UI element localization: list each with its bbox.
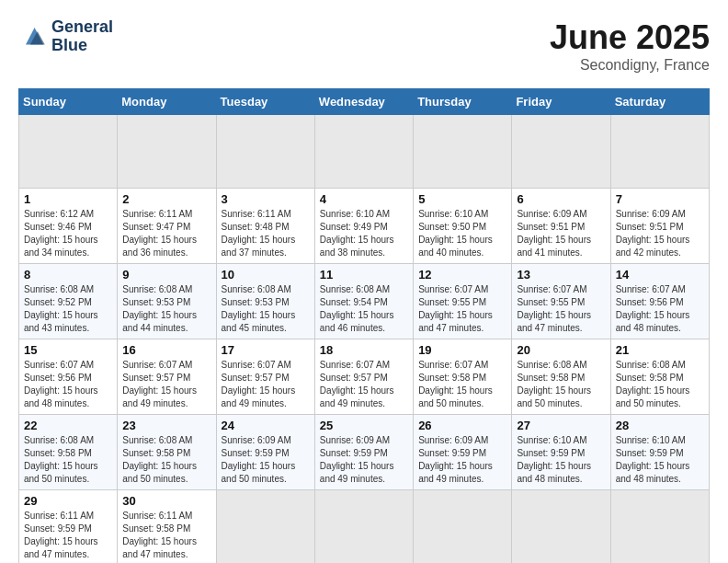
weekday-header: Friday	[512, 89, 610, 115]
title-block: June 2025 Secondigny, France	[550, 18, 710, 74]
calendar-week-row: 29Sunrise: 6:11 AM Sunset: 9:59 PM Dayli…	[19, 490, 710, 564]
calendar-cell	[118, 115, 216, 189]
calendar-cell: 22Sunrise: 6:08 AM Sunset: 9:58 PM Dayli…	[19, 415, 118, 490]
day-info: Sunrise: 6:08 AM Sunset: 9:53 PM Dayligh…	[222, 283, 310, 335]
logo-text: General Blue	[51, 18, 113, 55]
weekday-header: Tuesday	[216, 89, 314, 115]
calendar-week-row: 8Sunrise: 6:08 AM Sunset: 9:52 PM Daylig…	[19, 264, 710, 339]
day-info: Sunrise: 6:08 AM Sunset: 9:58 PM Dayligh…	[24, 434, 112, 486]
calendar-cell: 26Sunrise: 6:09 AM Sunset: 9:59 PM Dayli…	[414, 415, 512, 490]
day-info: Sunrise: 6:10 AM Sunset: 9:59 PM Dayligh…	[616, 434, 704, 486]
calendar-cell: 28Sunrise: 6:10 AM Sunset: 9:59 PM Dayli…	[610, 415, 709, 490]
calendar-cell: 17Sunrise: 6:07 AM Sunset: 9:57 PM Dayli…	[216, 339, 314, 415]
day-info: Sunrise: 6:09 AM Sunset: 9:51 PM Dayligh…	[616, 208, 704, 259]
day-info: Sunrise: 6:10 AM Sunset: 9:50 PM Dayligh…	[418, 208, 506, 259]
month-title: June 2025	[550, 18, 710, 57]
day-info: Sunrise: 6:11 AM Sunset: 9:58 PM Dayligh…	[122, 510, 210, 561]
calendar-cell	[512, 490, 610, 564]
calendar-cell: 14Sunrise: 6:07 AM Sunset: 9:56 PM Dayli…	[610, 264, 709, 339]
calendar-cell: 1Sunrise: 6:12 AM Sunset: 9:46 PM Daylig…	[19, 189, 118, 264]
day-info: Sunrise: 6:11 AM Sunset: 9:59 PM Dayligh…	[24, 510, 112, 561]
calendar-cell: 16Sunrise: 6:07 AM Sunset: 9:57 PM Dayli…	[118, 339, 216, 415]
day-number: 7	[616, 192, 704, 206]
calendar-cell: 9Sunrise: 6:08 AM Sunset: 9:53 PM Daylig…	[118, 264, 216, 339]
calendar-cell	[314, 115, 413, 189]
day-info: Sunrise: 6:08 AM Sunset: 9:52 PM Dayligh…	[24, 283, 112, 335]
calendar-cell: 4Sunrise: 6:10 AM Sunset: 9:49 PM Daylig…	[314, 189, 413, 264]
day-info: Sunrise: 6:07 AM Sunset: 9:56 PM Dayligh…	[616, 283, 704, 335]
day-info: Sunrise: 6:11 AM Sunset: 9:47 PM Dayligh…	[122, 208, 210, 259]
calendar-cell: 24Sunrise: 6:09 AM Sunset: 9:59 PM Dayli…	[216, 415, 314, 490]
calendar-cell: 25Sunrise: 6:09 AM Sunset: 9:59 PM Dayli…	[314, 415, 413, 490]
day-info: Sunrise: 6:07 AM Sunset: 9:55 PM Dayligh…	[517, 283, 605, 335]
day-number: 9	[122, 268, 210, 282]
weekday-header: Sunday	[19, 89, 118, 115]
day-number: 21	[616, 343, 704, 357]
calendar-week-row: 1Sunrise: 6:12 AM Sunset: 9:46 PM Daylig…	[19, 189, 710, 264]
day-number: 28	[616, 419, 704, 432]
calendar-cell	[216, 490, 314, 564]
calendar-cell	[610, 115, 709, 189]
weekday-header: Saturday	[610, 89, 709, 115]
day-info: Sunrise: 6:09 AM Sunset: 9:51 PM Dayligh…	[517, 208, 605, 259]
calendar-cell: 23Sunrise: 6:08 AM Sunset: 9:58 PM Dayli…	[118, 415, 216, 490]
day-info: Sunrise: 6:07 AM Sunset: 9:57 PM Dayligh…	[122, 359, 210, 410]
calendar-cell: 10Sunrise: 6:08 AM Sunset: 9:53 PM Dayli…	[216, 264, 314, 339]
calendar-cell	[610, 490, 709, 564]
day-info: Sunrise: 6:08 AM Sunset: 9:58 PM Dayligh…	[616, 359, 704, 410]
calendar-cell: 11Sunrise: 6:08 AM Sunset: 9:54 PM Dayli…	[314, 264, 413, 339]
logo: General Blue	[18, 18, 113, 55]
day-info: Sunrise: 6:07 AM Sunset: 9:57 PM Dayligh…	[320, 359, 408, 410]
calendar-cell	[414, 115, 512, 189]
calendar-week-row: 15Sunrise: 6:07 AM Sunset: 9:56 PM Dayli…	[19, 339, 710, 415]
logo-line2: Blue	[51, 37, 113, 55]
day-number: 18	[320, 343, 408, 357]
calendar-cell	[414, 490, 512, 564]
calendar-table: SundayMondayTuesdayWednesdayThursdayFrid…	[18, 88, 710, 563]
day-info: Sunrise: 6:07 AM Sunset: 9:55 PM Dayligh…	[418, 283, 506, 335]
day-info: Sunrise: 6:08 AM Sunset: 9:53 PM Dayligh…	[122, 283, 210, 335]
calendar-cell: 2Sunrise: 6:11 AM Sunset: 9:47 PM Daylig…	[118, 189, 216, 264]
day-number: 1	[24, 192, 112, 206]
weekday-header: Wednesday	[314, 89, 413, 115]
day-number: 6	[517, 192, 605, 206]
day-number: 20	[517, 343, 605, 357]
calendar-cell: 6Sunrise: 6:09 AM Sunset: 9:51 PM Daylig…	[512, 189, 610, 264]
day-number: 29	[24, 494, 112, 508]
logo-line1: General	[51, 18, 113, 37]
day-number: 22	[24, 419, 112, 432]
day-number: 23	[122, 419, 210, 432]
day-number: 11	[320, 268, 408, 282]
weekday-header-row: SundayMondayTuesdayWednesdayThursdayFrid…	[19, 89, 710, 115]
calendar-cell: 15Sunrise: 6:07 AM Sunset: 9:56 PM Dayli…	[19, 339, 118, 415]
day-number: 5	[418, 192, 506, 206]
day-number: 24	[222, 419, 310, 432]
day-number: 8	[24, 268, 112, 282]
calendar-cell: 20Sunrise: 6:08 AM Sunset: 9:58 PM Dayli…	[512, 339, 610, 415]
calendar-cell: 3Sunrise: 6:11 AM Sunset: 9:48 PM Daylig…	[216, 189, 314, 264]
day-info: Sunrise: 6:07 AM Sunset: 9:57 PM Dayligh…	[222, 359, 310, 410]
calendar-cell: 30Sunrise: 6:11 AM Sunset: 9:58 PM Dayli…	[118, 490, 216, 564]
calendar-cell	[314, 490, 413, 564]
day-info: Sunrise: 6:09 AM Sunset: 9:59 PM Dayligh…	[418, 434, 506, 486]
day-info: Sunrise: 6:12 AM Sunset: 9:46 PM Dayligh…	[24, 208, 112, 259]
day-info: Sunrise: 6:07 AM Sunset: 9:56 PM Dayligh…	[24, 359, 112, 410]
calendar-cell: 8Sunrise: 6:08 AM Sunset: 9:52 PM Daylig…	[19, 264, 118, 339]
day-number: 2	[122, 192, 210, 206]
day-info: Sunrise: 6:08 AM Sunset: 9:54 PM Dayligh…	[320, 283, 408, 335]
day-number: 15	[24, 343, 112, 357]
day-number: 10	[222, 268, 310, 282]
day-number: 16	[122, 343, 210, 357]
calendar-cell: 27Sunrise: 6:10 AM Sunset: 9:59 PM Dayli…	[512, 415, 610, 490]
calendar-cell: 7Sunrise: 6:09 AM Sunset: 9:51 PM Daylig…	[610, 189, 709, 264]
day-info: Sunrise: 6:10 AM Sunset: 9:49 PM Dayligh…	[320, 208, 408, 259]
weekday-header: Thursday	[414, 89, 512, 115]
day-number: 4	[320, 192, 408, 206]
day-info: Sunrise: 6:07 AM Sunset: 9:58 PM Dayligh…	[418, 359, 506, 410]
calendar-cell: 21Sunrise: 6:08 AM Sunset: 9:58 PM Dayli…	[610, 339, 709, 415]
day-number: 26	[418, 419, 506, 432]
calendar-cell: 19Sunrise: 6:07 AM Sunset: 9:58 PM Dayli…	[414, 339, 512, 415]
day-info: Sunrise: 6:09 AM Sunset: 9:59 PM Dayligh…	[222, 434, 310, 486]
calendar-cell: 13Sunrise: 6:07 AM Sunset: 9:55 PM Dayli…	[512, 264, 610, 339]
day-number: 13	[517, 268, 605, 282]
